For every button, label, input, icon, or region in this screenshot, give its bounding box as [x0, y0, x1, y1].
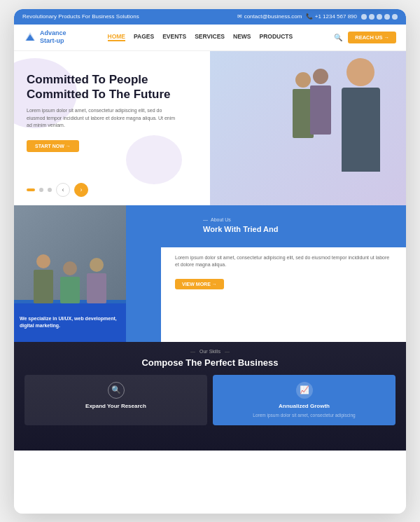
view-more-button[interactable]: VIEW MORE →	[175, 279, 224, 289]
hero-dot-2[interactable]	[39, 188, 43, 192]
mid-title: Work With Tried And	[203, 224, 278, 234]
mid-header: About Us Work With Tried And	[161, 205, 406, 247]
top-phone: 📞 +1 1234 567 890	[306, 13, 357, 20]
facebook-icon	[361, 14, 367, 20]
skills-cards: 🔍 Expand Your Research 📈 Annualized Grow…	[14, 375, 406, 425]
skill-title-1: Expand Your Research	[30, 403, 202, 409]
nav-services[interactable]: SERVICES	[195, 33, 225, 41]
hero-description: Lorem ipsum dolor sit amet, consectetur …	[27, 107, 181, 130]
nav-news[interactable]: NEWS	[233, 33, 251, 41]
top-tagline: Revolutionary Products For Business Solu…	[22, 13, 139, 20]
mid-section: We specialize in UI/UX, web development,…	[14, 205, 406, 342]
hero-dot-active[interactable]	[27, 188, 35, 191]
mid-content: About Us Work With Tried And Lorem ipsum…	[161, 205, 406, 342]
skill-card-2: 📈 Annualized Growth Lorem ipsum dolor si…	[213, 375, 396, 425]
skill-desc-2: Lorem ipsum dolor sit amet, consectetur …	[218, 412, 390, 418]
hero-title: Committed To People Committed To The Fut…	[27, 72, 181, 102]
logo-icon	[24, 31, 36, 43]
linkedin-icon	[384, 14, 390, 20]
nav-pages[interactable]: PAGES	[134, 33, 154, 41]
hero-section: Committed To People Committed To The Fut…	[14, 51, 406, 205]
hero-image	[210, 51, 406, 205]
logo-text: Advance Start-up	[40, 29, 66, 45]
skills-section-label: Our Skills	[14, 342, 406, 357]
hero-dot-3[interactable]	[48, 188, 52, 192]
nav-events[interactable]: EVENTS	[162, 33, 186, 41]
mid-left-image: We specialize in UI/UX, web development,…	[14, 205, 126, 342]
next-arrow[interactable]: ›	[74, 183, 88, 197]
blue-divider	[126, 205, 161, 342]
nav-products[interactable]: PRODUCTS	[260, 33, 293, 41]
youtube-icon	[392, 14, 398, 20]
about-label: About Us	[203, 217, 278, 222]
research-icon: 🔍	[108, 382, 125, 399]
skill-card-1: 🔍 Expand Your Research	[24, 375, 207, 425]
instagram-icon	[377, 14, 382, 20]
top-email: ✉ contact@business.com	[237, 13, 302, 20]
logo: Advance Start-up	[24, 29, 66, 45]
nav-home[interactable]: HOME	[108, 33, 126, 41]
mid-body-text: Lorem ipsum dolor sit amet, consectetur …	[161, 247, 406, 276]
page-wrapper: Revolutionary Products For Business Solu…	[14, 9, 406, 514]
reach-us-button[interactable]: REACH US →	[348, 32, 396, 43]
start-now-button[interactable]: START NOW →	[27, 140, 79, 152]
twitter-icon	[369, 14, 374, 20]
growth-icon: 📈	[296, 382, 313, 399]
social-icons	[361, 14, 398, 20]
nav-links: HOME PAGES EVENTS SERVICES NEWS PRODUCTS	[108, 33, 293, 41]
nav-right: 🔍 REACH US →	[334, 32, 396, 43]
mid-left-label: We specialize in UI/UX, web development,…	[20, 315, 120, 329]
prev-arrow[interactable]: ‹	[56, 183, 70, 197]
hero-content: Committed To People Committed To The Fut…	[27, 72, 181, 152]
navigation: Advance Start-up HOME PAGES EVENTS SERVI…	[14, 25, 406, 51]
skill-title-2: Annualized Growth	[218, 403, 390, 409]
hero-controls: ‹ ›	[27, 183, 88, 197]
skills-title: Compose The Perfect Business	[14, 357, 406, 368]
top-bar: Revolutionary Products For Business Solu…	[14, 9, 406, 25]
search-icon[interactable]: 🔍	[334, 34, 342, 41]
skills-section: Our Skills Compose The Perfect Business …	[14, 342, 406, 451]
